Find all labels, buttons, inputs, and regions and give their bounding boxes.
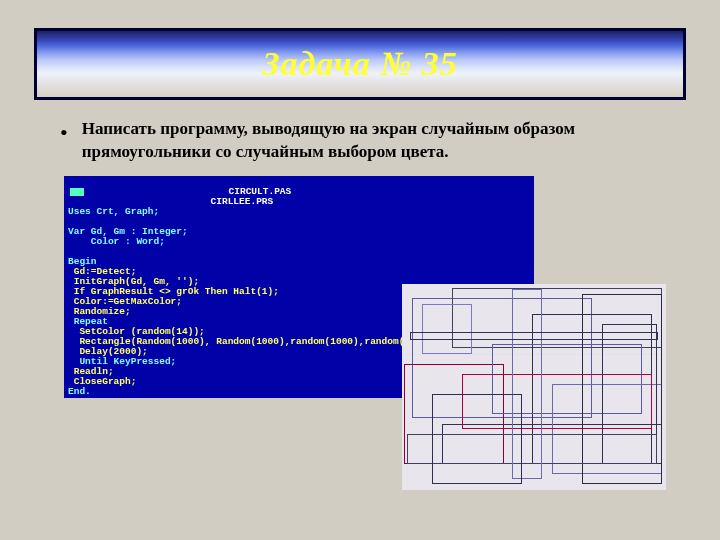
code-line: End.	[68, 386, 91, 397]
code-line: Color : Word;	[68, 236, 165, 247]
output-rect	[432, 394, 522, 484]
title-text: Задача № 35	[262, 45, 458, 83]
output-rect	[422, 304, 472, 354]
stage: CIRCULT.PAS CIRLLEE.PRS Uses Crt, Graph;…	[64, 176, 674, 506]
output-rect	[410, 332, 658, 340]
code-line: Uses Crt, Graph;	[68, 206, 159, 217]
description-row: • Написать программу, выводящую на экран…	[60, 118, 686, 164]
title-box: Задача № 35	[34, 28, 686, 100]
output-window	[402, 284, 666, 490]
bullet-icon: •	[60, 120, 68, 146]
marker-icon	[70, 188, 84, 196]
description-text: Написать программу, выводящую на экран с…	[82, 118, 652, 164]
